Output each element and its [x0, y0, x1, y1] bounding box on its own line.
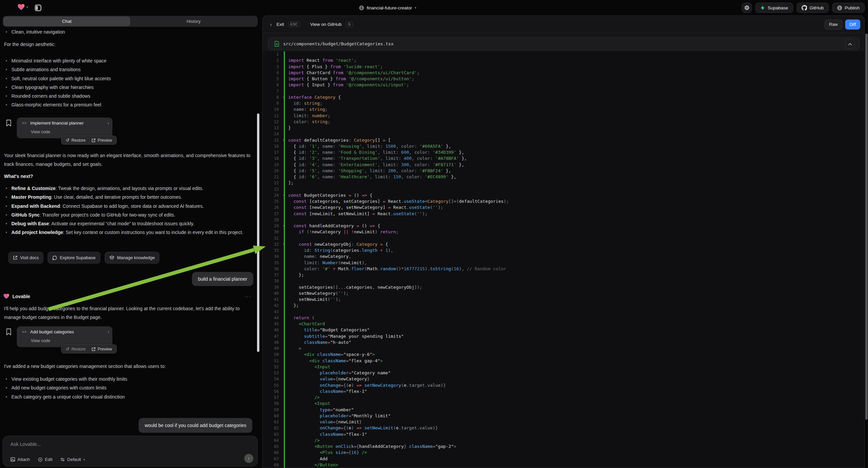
- assistant-ready-text: Your sleek financial planner is now read…: [4, 151, 254, 169]
- code-text: type="number": [288, 407, 354, 413]
- fold-chevron-icon[interactable]: ▾: [279, 223, 288, 229]
- line-number: 30: [263, 229, 279, 235]
- attach-button[interactable]: Attach: [10, 457, 30, 462]
- chat-input[interactable]: Ask Lovable...: [10, 441, 41, 447]
- code-text: <ChartCard: [288, 321, 325, 327]
- code-text: };: [288, 302, 299, 309]
- line-number: 4: [263, 70, 279, 76]
- line-number: 14: [263, 131, 279, 137]
- fold-chevron-icon[interactable]: ▾: [279, 137, 288, 143]
- collapse-file-button[interactable]: [845, 39, 855, 49]
- fold-chevron-icon[interactable]: ▾: [279, 241, 288, 247]
- github-button[interactable]: GitHub: [797, 3, 829, 13]
- edit-card-add-budget-categories[interactable]: <> Add budget categories › View code: [17, 326, 113, 347]
- code-text: const handleAddCategory = () => {: [288, 223, 380, 229]
- project-switcher[interactable]: financial-future-creator ▾: [359, 3, 416, 12]
- code-line: 52 <Input: [263, 364, 864, 370]
- fold-gutter: [279, 376, 288, 382]
- composer[interactable]: Ask Lovable... Attach Edit: [3, 436, 258, 467]
- preview-button[interactable]: Preview: [89, 138, 115, 143]
- line-number: 26: [263, 204, 279, 210]
- bullet-icon: [6, 196, 7, 198]
- list-item: Master Prompting: Use clear, detailed, a…: [0, 193, 251, 201]
- code-text: className="h-auto": [288, 340, 351, 346]
- chevron-up-icon: [848, 43, 852, 45]
- chat-panel: Chat History Clean, intuitive navigation…: [0, 0, 260, 468]
- line-number: 50: [263, 351, 279, 357]
- chat-bubble-icon: [52, 256, 57, 260]
- visit-docs-button[interactable]: Visit docs: [8, 252, 43, 264]
- code-text: <Input: [288, 401, 330, 407]
- bullet-icon: [6, 214, 7, 215]
- publish-globe-icon: [837, 5, 842, 10]
- edit-mode-button[interactable]: Edit: [38, 457, 52, 462]
- bookmark-icon[interactable]: [6, 328, 11, 335]
- code-icon: <>: [22, 330, 27, 334]
- code-icon: <>: [22, 121, 27, 125]
- bullet-icon: [6, 69, 7, 70]
- tab-history[interactable]: History: [130, 17, 257, 26]
- line-number: 59: [263, 407, 279, 413]
- editor-header: ‹ Exit ESC View on GitHub G Raw Diff: [263, 16, 864, 33]
- line-number: 22: [263, 180, 279, 186]
- code-line: 4import ChartCard from '@/components/ui/…: [263, 70, 864, 76]
- chevron-right-icon: ›: [108, 120, 109, 125]
- tab-chat[interactable]: Chat: [3, 17, 130, 26]
- publish-button[interactable]: Publish: [832, 3, 865, 13]
- fold-gutter: [279, 155, 288, 162]
- restore-button[interactable]: ↺ Restore: [63, 347, 89, 351]
- file-path-bar[interactable]: src/components/budget/BudgetCategories.t…: [268, 37, 860, 50]
- code-line: 34 name: newCategory,: [263, 254, 864, 260]
- code-view[interactable]: 12import React from 'react';3import { Pl…: [263, 51, 864, 468]
- line-number: 11: [263, 113, 279, 119]
- fold-gutter: [279, 388, 288, 394]
- send-button[interactable]: ↑: [244, 454, 253, 463]
- bullet-icon: [6, 396, 7, 398]
- lovable-heart-icon: [3, 293, 9, 299]
- supabase-button[interactable]: Supabase: [755, 3, 793, 13]
- list-item: Each category gets a unique color for vi…: [0, 392, 255, 401]
- manage-knowledge-button[interactable]: Manage knowledge: [105, 252, 160, 264]
- code-line: 40 setNewCategory('');: [263, 290, 864, 296]
- fold-gutter: [279, 278, 288, 284]
- code-text: id: string;: [288, 100, 322, 107]
- globe-icon: [359, 5, 364, 10]
- code-line: 14: [263, 131, 864, 137]
- diff-toggle-button[interactable]: Diff: [845, 20, 860, 30]
- view-on-github-button[interactable]: View on GitHub: [310, 22, 342, 27]
- model-selector[interactable]: Default ▾: [60, 457, 85, 462]
- code-line: 37 };: [263, 272, 864, 278]
- code-text: id: String(categories.length + 1),: [288, 247, 393, 254]
- fold-chevron-icon[interactable]: ▾: [279, 94, 288, 100]
- code-text: <div className="flex gap-4">: [288, 358, 383, 364]
- code-line: 9 id: string;: [263, 100, 864, 107]
- exit-button[interactable]: Exit: [276, 22, 284, 27]
- view-code-link[interactable]: View code: [31, 129, 50, 134]
- editor-scrollbar[interactable]: [865, 34, 868, 420]
- code-line: 56 className="flex-1": [263, 388, 864, 394]
- fold-chevron-icon[interactable]: ▾: [279, 193, 288, 198]
- fold-gutter: [279, 57, 288, 63]
- settings-button[interactable]: [742, 3, 752, 13]
- fold-gutter: [279, 302, 288, 309]
- view-code-link[interactable]: View code: [31, 339, 50, 343]
- code-line: 27 const [newLimit, setNewLimit] = React…: [263, 211, 864, 217]
- chevron-right-icon: ›: [108, 329, 109, 334]
- composer-toolbar: Attach Edit Default: [10, 457, 85, 462]
- fold-gutter: [279, 456, 288, 462]
- scrollback-bullet: Clean, intuitive navigation: [0, 28, 255, 36]
- preview-button[interactable]: Preview: [89, 347, 115, 351]
- raw-toggle-button[interactable]: Raw: [825, 20, 842, 30]
- chevron-down-icon: ▾: [415, 6, 416, 9]
- chat-scrollbar[interactable]: [257, 114, 259, 352]
- code-line: 45 <ChartCard: [263, 321, 864, 327]
- explore-supabase-button[interactable]: Explore Supabase: [48, 252, 100, 264]
- message-menu-icon[interactable]: ···: [244, 293, 251, 299]
- back-chevron-icon[interactable]: ‹: [270, 22, 272, 27]
- edit-card-implement-financial-planner[interactable]: <> Implement financial planner › View co…: [17, 117, 113, 138]
- code-text: return (: [288, 315, 314, 321]
- bookmark-icon[interactable]: [6, 119, 11, 126]
- fold-gutter: [279, 333, 288, 340]
- line-number: 8: [263, 94, 279, 100]
- restore-button[interactable]: ↺ Restore: [63, 138, 89, 143]
